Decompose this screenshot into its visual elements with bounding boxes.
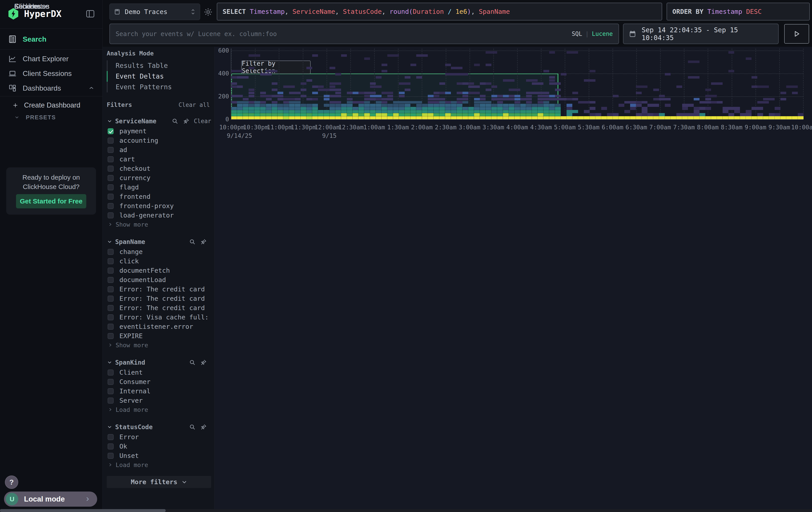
filter-checkbox-row[interactable]: Error: The credit card (… — [107, 285, 211, 294]
checkbox[interactable] — [108, 184, 114, 190]
get-started-button[interactable]: Get Started for Free — [16, 194, 86, 208]
show-more-button[interactable]: Load more — [107, 405, 211, 414]
filter-checkbox-row[interactable]: accounting — [107, 136, 211, 145]
filter-checkbox-row[interactable]: documentFetch — [107, 266, 211, 275]
filter-checkbox-row[interactable]: frontend-proxy — [107, 201, 211, 211]
checkbox[interactable] — [108, 379, 114, 385]
help-button[interactable]: ? — [5, 476, 18, 489]
show-more-button[interactable]: Load more — [107, 460, 211, 469]
filter-checkbox-row[interactable]: click — [107, 257, 211, 266]
lucene-mode-button[interactable]: Lucene — [592, 30, 613, 37]
search-icon[interactable] — [189, 424, 196, 430]
create-dashboard-button[interactable]: Create Dashboard — [0, 99, 103, 112]
filter-checkbox-row[interactable]: Consumer — [107, 377, 211, 386]
checkbox[interactable] — [108, 370, 114, 376]
checkbox[interactable] — [108, 443, 114, 450]
filter-checkbox-row[interactable]: load-generator — [107, 211, 211, 220]
search-icon[interactable] — [189, 238, 196, 245]
preset-dashboard-link[interactable]: Kubernetes — [0, 0, 103, 13]
pin-icon[interactable] — [200, 238, 207, 245]
source-select[interactable]: Demo Traces — [109, 4, 200, 20]
pin-icon[interactable] — [183, 118, 190, 125]
filter-checkbox-row[interactable]: change — [107, 247, 211, 257]
checkbox[interactable] — [108, 305, 114, 311]
clear-all-filters-button[interactable]: Clear all — [178, 102, 210, 108]
show-more-button[interactable]: Show more — [107, 341, 211, 350]
filter-group-header[interactable]: StatusCode — [107, 422, 211, 432]
filter-checkbox-row[interactable]: checkout — [107, 164, 211, 173]
filter-group-clear-button[interactable]: Clear — [194, 118, 211, 125]
pin-icon[interactable] — [200, 359, 207, 366]
filter-checkbox-row[interactable]: Unset — [107, 451, 211, 460]
checkbox[interactable] — [108, 258, 114, 264]
analysis-mode-tab[interactable]: Event Patterns — [107, 82, 211, 92]
checkbox[interactable] — [108, 277, 114, 283]
filter-items: payment accounting ad — [107, 127, 211, 220]
more-filters-button[interactable]: More filters — [107, 476, 211, 488]
filter-checkbox-row[interactable]: eventListener.error — [107, 322, 211, 331]
filter-checkbox-row[interactable]: Error: Visa cache full: … — [107, 313, 211, 322]
user-menu[interactable]: U Local mode — [4, 491, 97, 507]
run-query-button[interactable] — [784, 24, 809, 44]
filter-group-header[interactable]: ServiceName Clear — [107, 116, 211, 127]
checkbox[interactable] — [108, 286, 114, 292]
show-more-button[interactable]: Show more — [107, 220, 211, 229]
analysis-mode-tab[interactable]: Event Deltas — [107, 71, 211, 82]
checkbox[interactable] — [108, 175, 114, 181]
sql-mode-button[interactable]: SQL — [572, 30, 582, 37]
filter-checkbox-row[interactable]: ad — [107, 145, 211, 155]
filter-checkbox-row[interactable]: documentLoad — [107, 275, 211, 285]
filter-value-label: EXPIRE — [119, 332, 143, 340]
checkbox[interactable] — [108, 453, 114, 459]
analysis-mode-tab[interactable]: Results Table — [107, 60, 211, 71]
checkbox[interactable] — [108, 324, 114, 330]
checkbox[interactable] — [108, 147, 114, 153]
sidebar-item-client-sessions[interactable]: Client Sessions — [0, 65, 103, 81]
presets-toggle[interactable]: PRESETS — [0, 111, 103, 124]
checkbox[interactable] — [108, 398, 114, 404]
checkbox[interactable] — [108, 203, 114, 209]
checkbox[interactable] — [108, 249, 114, 255]
pin-icon[interactable] — [200, 424, 207, 430]
checkbox[interactable] — [108, 333, 114, 339]
checkbox[interactable] — [108, 138, 114, 143]
filter-checkbox-row[interactable]: Ok — [107, 442, 211, 451]
search-icon[interactable] — [189, 359, 196, 366]
filter-checkbox-row[interactable]: Internal — [107, 386, 211, 396]
x-axis-tick-label: 11:30pm — [291, 124, 315, 131]
filter-checkbox-row[interactable]: frontend — [107, 192, 211, 201]
search-input[interactable] — [116, 30, 572, 37]
promo-text-line1: Ready to deploy on — [6, 167, 96, 182]
filter-checkbox-row[interactable]: Error: The credit card (… — [107, 294, 211, 303]
checkbox[interactable] — [108, 166, 114, 172]
checkbox[interactable] — [108, 314, 114, 320]
checkbox[interactable] — [108, 156, 114, 162]
checkbox[interactable] — [108, 434, 114, 440]
filter-checkbox-row[interactable]: Server — [107, 396, 211, 405]
filter-group-header[interactable]: SpanName — [107, 236, 211, 247]
filter-checkbox-row[interactable]: payment — [107, 127, 211, 136]
filter-group-header[interactable]: SpanKind — [107, 357, 211, 368]
filter-checkbox-row[interactable]: EXPIRE — [107, 331, 211, 341]
filter-checkbox-row[interactable]: currency — [107, 173, 211, 183]
filter-checkbox-row[interactable]: Error: The credit card (… — [107, 303, 211, 313]
checkbox[interactable] — [108, 268, 114, 274]
search-icon[interactable] — [172, 118, 178, 125]
filter-checkbox-row[interactable]: flagd — [107, 183, 211, 192]
checkbox[interactable] — [108, 388, 114, 394]
filter-checkbox-row[interactable]: Error — [107, 432, 211, 442]
checkbox[interactable] — [108, 194, 114, 200]
sidebar-item-chart-explorer[interactable]: Chart Explorer — [0, 51, 103, 67]
sidebar-item-search[interactable]: Search — [0, 31, 103, 47]
filter-checkbox-row[interactable]: cart — [107, 155, 211, 164]
sql-select-editor[interactable]: SELECT Timestamp, ServiceName, StatusCod… — [217, 3, 662, 21]
gear-icon[interactable] — [203, 7, 213, 17]
time-range-picker[interactable]: Sep 14 22:04:35 - Sep 15 10:04:35 — [623, 24, 779, 44]
checkbox[interactable] — [108, 128, 114, 134]
horizontal-scrollbar-thumb[interactable] — [0, 509, 166, 512]
filter-checkbox-row[interactable]: Client — [107, 368, 211, 377]
sidebar-item-dashboards[interactable]: Dashboards — [0, 80, 103, 96]
order-by-editor[interactable]: ORDER BY Timestamp DESC — [667, 3, 810, 21]
checkbox[interactable] — [108, 212, 114, 218]
checkbox[interactable] — [108, 296, 114, 302]
